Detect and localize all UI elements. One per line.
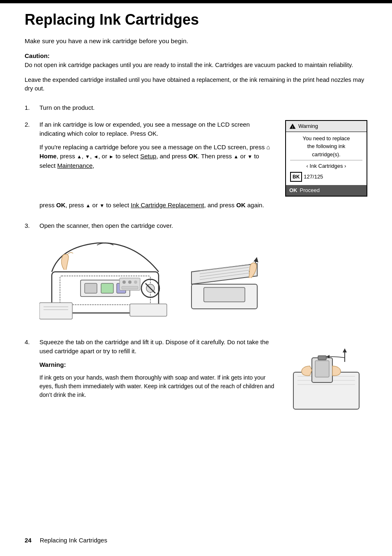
arrow-up-1 [77,153,82,160]
maintenance-term: Maintenance [57,162,92,169]
step-2-text-block: If an ink cartridge is low or expended, … [39,120,277,175]
ink-cartridge-replacement-term: Ink Cartridge Replacement [131,202,204,208]
intro-text: Make sure you have a new ink cartridge b… [25,36,367,46]
svg-marker-34 [343,348,347,352]
svg-rect-32 [315,361,329,377]
ok-proceed-row: OK Proceed [286,185,367,196]
svg-text:!: ! [292,125,293,129]
warning-label: Warning: [39,360,277,370]
bk-row: BK 127/125 [290,172,362,182]
step-1-text: Turn on the product. [39,104,95,111]
home-label: Home [39,153,57,160]
scanner-image-right [183,243,265,317]
step-3-num: 3. [25,221,39,231]
step-4: 4. Squeeze the tab on the cartridge and … [25,338,367,417]
svg-point-14 [128,280,131,284]
arrow-down-1 [85,153,90,160]
page: Replacing Ink Cartridges Make sure you h… [0,0,392,556]
step-3-content: Open the scanner, then open the cartridg… [39,221,367,231]
arrow-up-3 [86,202,91,208]
arrow-left-1 [93,153,98,160]
warning-box-body: You need to replace the following ink ca… [286,132,367,185]
content: Replacing Ink Cartridges Make sure you h… [0,12,392,449]
svg-point-15 [134,280,137,284]
footer: 24 Replacing Ink Cartridges [25,537,367,544]
step-1: 1. Turn on the product. [25,103,367,113]
svg-rect-6 [101,283,113,293]
proceed-label: Proceed [300,187,320,194]
svg-rect-5 [85,283,97,293]
warning-box-header: ! Warning [286,121,367,132]
bk-box: BK [290,172,302,182]
scanner-image-left [39,239,171,329]
caution-label: Caution: [25,52,367,59]
step-3-text: Open the scanner, then open the cartridg… [39,222,173,229]
caution-body: Do not open ink cartridge packages until… [25,61,367,70]
step-4-inner: Squeeze the tab on the cartridge and lif… [39,338,367,417]
warning-body1: You need to replace [302,135,350,141]
footer-title: Replacing Ink Cartridges [40,537,107,544]
warning-triangle-icon: ! [289,123,296,130]
warning-body-text: If ink gets on your hands, wash them tho… [39,373,277,399]
step-3: 3. Open the scanner, then open the cartr… [25,221,367,231]
arrow-down-3 [99,202,104,208]
scanner-svg-left [39,239,171,329]
bk-value: 127/125 [304,173,323,181]
ink-cartridges-label: ‹ Ink Cartridges › [290,162,362,170]
warning-body3: cartridge(s). [312,151,340,158]
svg-rect-33 [318,356,326,360]
step-2-inner: If an ink cartridge is low or expended, … [39,120,367,197]
arrow-down-2 [247,153,252,160]
top-bar [0,0,392,3]
step-2-num: 2. [25,120,39,214]
step-4-num: 4. [25,338,39,417]
home-icon [266,144,270,151]
step-2-part3: press OK, press or to select Ink Cartrid… [39,201,367,210]
cartridge-svg [285,339,367,417]
setup-term: Setup [140,153,156,160]
step-2-content: If an ink cartridge is low or expended, … [39,120,367,214]
steps-list: 1. Turn on the product. 2. If an ink car… [25,103,367,231]
cartridge-removal-image [285,339,367,417]
svg-rect-26 [204,287,245,302]
step-4-content: Squeeze the tab on the cartridge and lif… [39,338,367,417]
step-1-content: Turn on the product. [39,103,367,113]
arrow-up-2 [234,153,239,160]
leave-note: Leave the expended cartridge installed u… [25,76,367,94]
svg-rect-11 [130,304,167,316]
step-4-text-block: Squeeze the tab on the cartridge and lif… [39,338,277,404]
warning-body2: the following ink [307,143,346,149]
ok-3: OK [236,202,246,208]
svg-rect-8 [39,303,72,319]
step-4-list: 4. Squeeze the tab on the cartridge and … [25,338,367,417]
svg-rect-16 [122,286,138,289]
warning-header-label: Warning [298,123,318,130]
ok-label: OK [289,187,297,194]
step-2-part2: If you're replacing a cartridge before y… [39,143,277,171]
scanner-images-row [39,239,367,329]
step-2-part1: If an ink cartridge is low or expended, … [39,120,277,139]
step-2: 2. If an ink cartridge is low or expende… [25,120,367,214]
footer-page-num: 24 [25,537,32,544]
step-1-num: 1. [25,103,39,113]
step-4-main-text: Squeeze the tab on the cartridge and lif… [39,338,277,356]
svg-point-13 [122,280,126,284]
arrow-right-1 [109,153,114,160]
warning-box: ! Warning You need to replace the follow… [285,120,367,197]
ok-1: OK [189,153,198,160]
page-title: Replacing Ink Cartridges [25,12,367,28]
scanner-svg-right [183,243,265,317]
ok-2: OK [56,202,66,208]
